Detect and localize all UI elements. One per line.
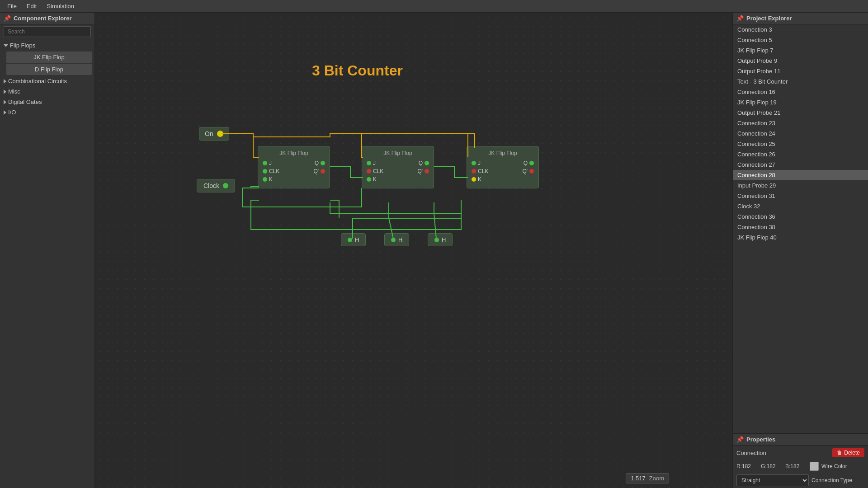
project-explorer-header: 📌 Project Explorer [733, 13, 868, 24]
output-probe-1[interactable]: H [341, 233, 366, 246]
prop-type-row: Straight Connection Type [733, 473, 868, 488]
project-item[interactable]: Connection 3 [733, 24, 868, 35]
delete-icon: 🗑 [837, 450, 842, 456]
ff2-pin-j: J Q [367, 160, 429, 166]
project-item[interactable]: Connection 38 [733, 222, 868, 232]
ff3-j-dot [472, 161, 476, 165]
ff3-clk-dot [472, 169, 476, 174]
ff1-q-dot [321, 161, 325, 165]
project-item[interactable]: Connection 16 [733, 87, 868, 97]
io-label: I/O [8, 109, 16, 116]
project-item[interactable]: Connection 36 [733, 211, 868, 222]
project-item[interactable]: Output Probe 9 [733, 56, 868, 66]
ff1-pin-k: K [263, 176, 325, 183]
wire-color-label: Wire Color [821, 463, 847, 469]
ff1-k-label: K [269, 176, 273, 183]
on-dot-indicator [217, 131, 223, 137]
project-item[interactable]: Connection 28 [733, 170, 868, 180]
properties-pin-icon: 📌 [736, 436, 744, 443]
project-item[interactable]: Text - 3 Bit Counter [733, 76, 868, 87]
project-item[interactable]: Connection 24 [733, 128, 868, 139]
misc-toggle-icon [4, 89, 6, 94]
category-misc[interactable]: Misc [0, 86, 94, 97]
ff2-qprime-dot [425, 169, 429, 174]
zoom-label: Zoom [649, 475, 664, 482]
ff3-j-label: J [478, 160, 481, 166]
digitalgates-label: Digital Gates [8, 99, 42, 105]
project-item[interactable]: Connection 31 [733, 191, 868, 201]
sidebar: 📌 Component Explorer Flip Flops JK Flip … [0, 13, 95, 488]
tree-section: Flip Flops JK Flip Flop D Flip Flop Comb… [0, 39, 94, 118]
ff1-q-label: Q [315, 160, 319, 166]
flipflops-label: Flip Flops [10, 42, 35, 49]
combinational-toggle-icon [4, 79, 6, 84]
sidebar-header: 📌 Component Explorer [0, 13, 94, 24]
zoom-indicator: 1.517 Zoom [626, 473, 669, 483]
properties-header: 📌 Properties [733, 434, 868, 446]
project-item[interactable]: JK Flip Flop 40 [733, 232, 868, 243]
connection-type-label: Connection Type [811, 477, 852, 483]
output-probe-3[interactable]: H [428, 233, 453, 246]
probe1-dot [348, 238, 352, 242]
delete-button[interactable]: 🗑 Delete [832, 448, 864, 457]
menu-file[interactable]: File [3, 2, 21, 10]
project-item[interactable]: Connection 27 [733, 160, 868, 170]
jk-flipflop-3[interactable]: JK Flip Flop J Q CLK Q' [467, 146, 539, 188]
project-item[interactable]: Input Probe 29 [733, 180, 868, 191]
output-probe-2[interactable]: H [384, 233, 409, 246]
ff3-k-dot [472, 177, 476, 182]
probe1-label: H [355, 236, 359, 243]
ff3-pin-clk: CLK Q' [472, 168, 534, 174]
ff3-q-dot [529, 161, 534, 165]
connection-type-select[interactable]: Straight [736, 474, 809, 486]
ff1-j-label: J [269, 160, 272, 166]
category-io[interactable]: I/O [0, 107, 94, 117]
prop-component-row: Connection 🗑 Delete [733, 446, 868, 460]
category-flipflops[interactable]: Flip Flops [0, 40, 94, 51]
menubar: File Edit Simulation [0, 0, 868, 13]
ff1-j-dot [263, 161, 267, 165]
menu-simulation[interactable]: Simulation [42, 2, 79, 10]
clock-component[interactable]: Clock [197, 179, 235, 192]
project-item[interactable]: Connection 26 [733, 149, 868, 160]
properties-panel: 📌 Properties Connection 🗑 Delete R:182 G… [733, 433, 868, 488]
ff3-pin-k: K [472, 176, 534, 183]
category-combinational[interactable]: Combinational Circuits [0, 76, 94, 86]
flipflops-children: JK Flip Flop D Flip Flop [0, 52, 94, 75]
item-jk-flip-flop[interactable]: JK Flip Flop [6, 52, 92, 63]
ff2-pin-clk: CLK Q' [367, 168, 429, 174]
item-d-flip-flop[interactable]: D Flip Flop [6, 64, 92, 75]
menu-edit[interactable]: Edit [22, 2, 41, 10]
pin-icon: 📌 [4, 15, 11, 22]
ff2-j-dot [367, 161, 371, 165]
color-swatch[interactable] [810, 462, 819, 471]
on-switch[interactable]: On [199, 127, 229, 141]
project-item[interactable]: Connection 5 [733, 35, 868, 45]
ff1-qprime-dot [321, 169, 325, 174]
ff1-clk-dot [263, 169, 267, 174]
ff2-k-label: K [373, 176, 377, 183]
project-item[interactable]: Output Probe 21 [733, 108, 868, 118]
canvas-area[interactable]: 3 Bit Counter On Clock JK Flip Flop J Q [95, 13, 732, 488]
search-input[interactable] [4, 26, 91, 37]
clock-label: Clock [203, 182, 219, 189]
jk-flipflop-2[interactable]: JK Flip Flop J Q CLK Q' [362, 146, 434, 188]
project-item[interactable]: JK Flip Flop 19 [733, 97, 868, 108]
project-item[interactable]: Connection 25 [733, 139, 868, 149]
project-item[interactable]: Clock 32 [733, 201, 868, 211]
ff2-clk-label: CLK [373, 168, 383, 174]
ff1-pin-clk: CLK Q' [263, 168, 325, 174]
ff1-k-dot [263, 177, 267, 182]
ff2-k-dot [367, 177, 371, 182]
ff3-qprime-label: Q' [522, 168, 528, 174]
category-digital-gates[interactable]: Digital Gates [0, 97, 94, 107]
probe3-label: H [442, 236, 446, 243]
jk-flipflop-1[interactable]: JK Flip Flop J Q CLK Q' [258, 146, 330, 188]
ff2-q-label: Q [419, 160, 423, 166]
ff1-clk-label: CLK [269, 168, 279, 174]
project-item[interactable]: JK Flip Flop 7 [733, 45, 868, 56]
io-toggle-icon [4, 110, 6, 115]
project-item[interactable]: Output Probe 11 [733, 66, 868, 76]
clock-dot-indicator [223, 183, 228, 188]
project-item[interactable]: Connection 23 [733, 118, 868, 128]
